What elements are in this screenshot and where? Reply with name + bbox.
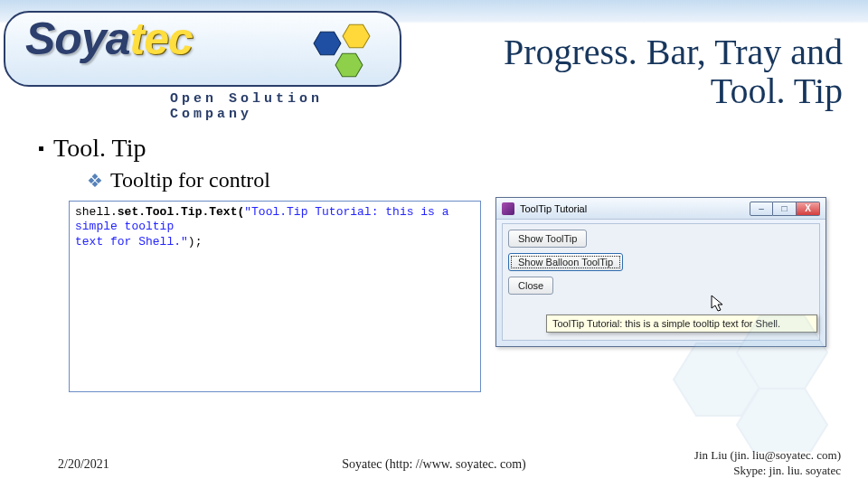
bullet-level-1: Tool. Tip: [38, 134, 146, 163]
logo-word: Soyatec: [25, 13, 193, 65]
footer-author-skype: Skype: jin. liu. soyatec: [733, 464, 841, 477]
svg-marker-1: [343, 24, 370, 48]
code-string: text for Shell.": [75, 235, 188, 249]
logo-word-alt: tec: [130, 14, 193, 64]
mouse-cursor-icon: [711, 295, 725, 313]
title-line-2: Tool. Tip: [711, 70, 843, 111]
close-window-button[interactable]: Close: [508, 277, 553, 295]
svg-marker-6: [737, 389, 827, 452]
tooltip-popup: ToolTip Tutorial: this is a simple toolt…: [546, 314, 817, 333]
code-bold: set.Tool.Tip.Text(: [118, 205, 244, 219]
svg-marker-2: [335, 53, 363, 77]
close-icon: X: [805, 203, 811, 213]
logo-tagline: Open Solution Company: [170, 91, 416, 122]
svg-marker-0: [314, 32, 341, 55]
demo-window: ToolTip Tutorial – □ X Show ToolTip Show…: [495, 197, 828, 352]
svg-marker-4: [674, 343, 764, 416]
window-title-text: ToolTip Tutorial: [520, 203, 587, 214]
hex-icon: [342, 23, 371, 49]
show-balloon-tooltip-button[interactable]: Show Balloon ToolTip: [508, 253, 623, 271]
minimize-button[interactable]: –: [750, 202, 773, 216]
close-button[interactable]: X: [797, 202, 820, 216]
show-tooltip-button[interactable]: Show ToolTip: [508, 230, 587, 248]
maximize-icon: □: [781, 203, 787, 213]
footer-author: Jin Liu (jin. liu@soyatec. com) Skype: j…: [694, 448, 841, 479]
logo-word-main: Soya: [25, 14, 130, 64]
code-text: );: [188, 235, 203, 249]
bullet-level-2: Tooltip for control: [87, 168, 270, 192]
brand-logo: Soyatec Open Solution Company: [0, 5, 416, 110]
window-app-icon: [502, 202, 514, 215]
page-title: Progress. Bar, Tray and Tool. Tip: [427, 33, 843, 110]
footer-author-email: Jin Liu (jin. liu@soyatec. com): [694, 448, 841, 462]
window-titlebar[interactable]: ToolTip Tutorial – □ X: [496, 198, 826, 220]
svg-marker-3: [712, 296, 722, 311]
minimize-icon: –: [759, 203, 764, 213]
title-line-1: Progress. Bar, Tray and: [504, 32, 843, 72]
maximize-button[interactable]: □: [773, 202, 797, 216]
hex-icon: [335, 52, 363, 78]
code-snippet-box: shell.set.Tool.Tip.Text("Tool.Tip Tutori…: [69, 201, 481, 392]
code-text: shell.: [75, 205, 118, 219]
